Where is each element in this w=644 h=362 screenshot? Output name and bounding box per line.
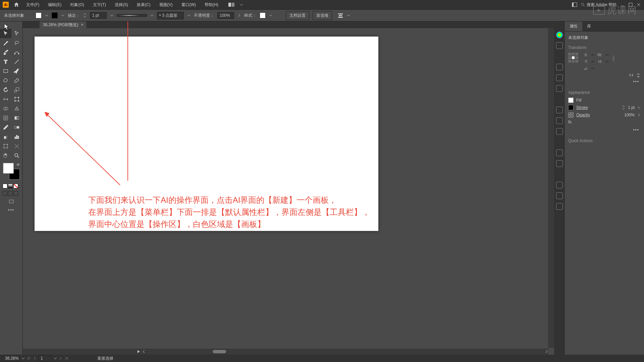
chevron-down-icon[interactable] bbox=[54, 357, 57, 360]
symbol-sprayer-tool[interactable] bbox=[0, 132, 11, 141]
menu-help[interactable]: 帮助(H) bbox=[203, 1, 220, 9]
menu-select[interactable]: 选择(S) bbox=[113, 1, 130, 9]
menu-edit[interactable]: 编辑(E) bbox=[46, 1, 63, 9]
chevron-down-icon[interactable] bbox=[45, 14, 48, 17]
asset-export-panel-icon[interactable] bbox=[556, 117, 563, 124]
first-artboard-icon[interactable] bbox=[27, 356, 31, 360]
stepper-icon[interactable] bbox=[83, 13, 87, 18]
last-artboard-icon[interactable] bbox=[64, 356, 68, 360]
chevron-right-icon[interactable] bbox=[237, 14, 241, 17]
reference-point[interactable] bbox=[568, 53, 578, 63]
color-mode-gradient[interactable] bbox=[8, 184, 13, 188]
color-mode-solid[interactable] bbox=[3, 184, 7, 188]
artboard-number-input[interactable]: 1 bbox=[38, 355, 52, 362]
more-options-icon[interactable]: ••• bbox=[568, 126, 641, 134]
gradient-tool[interactable] bbox=[11, 113, 23, 123]
graphic-styles-panel-icon[interactable] bbox=[556, 160, 563, 167]
workspace-icon[interactable] bbox=[572, 2, 577, 7]
menu-type[interactable]: 文字(T) bbox=[91, 1, 108, 9]
column-graph-tool[interactable] bbox=[11, 132, 23, 141]
document-tab[interactable]: 36.26% (RGB/预览) × bbox=[40, 21, 87, 28]
appearance-panel-icon[interactable] bbox=[556, 149, 563, 156]
rectangle-tool[interactable] bbox=[0, 66, 11, 76]
preferences-button[interactable]: 首选项 bbox=[313, 11, 332, 20]
free-transform-tool[interactable] bbox=[11, 95, 23, 104]
brushes-panel-icon[interactable] bbox=[556, 74, 563, 81]
width-tool[interactable] bbox=[0, 95, 11, 104]
chevron-right-icon[interactable] bbox=[545, 350, 548, 353]
swap-colors-icon[interactable] bbox=[16, 162, 20, 167]
home-icon[interactable] bbox=[13, 2, 19, 8]
opacity-value[interactable]: 100% bbox=[624, 113, 635, 117]
variable-width-select[interactable] bbox=[117, 14, 147, 17]
layers-panel-icon[interactable] bbox=[556, 107, 563, 113]
menu-effect[interactable]: 效果(C) bbox=[135, 1, 153, 9]
stroke-weight-value[interactable]: 1 pt bbox=[628, 105, 635, 110]
mesh-tool[interactable] bbox=[0, 113, 11, 123]
vertical-scrollbar[interactable] bbox=[548, 28, 554, 348]
angle-input[interactable] bbox=[591, 68, 594, 69]
chevron-down-icon[interactable] bbox=[150, 14, 154, 17]
y-input[interactable] bbox=[591, 61, 594, 62]
edit-toolbar-button[interactable]: ••• bbox=[0, 206, 22, 214]
type-tool[interactable] bbox=[0, 57, 11, 66]
artboards-panel-icon[interactable] bbox=[556, 128, 563, 135]
rotate-tool[interactable] bbox=[0, 85, 11, 95]
shaper-tool[interactable] bbox=[0, 76, 11, 85]
stroke-panel-icon[interactable] bbox=[556, 64, 563, 70]
stepper-icon[interactable] bbox=[622, 105, 625, 110]
close-tab-icon[interactable]: × bbox=[81, 22, 83, 27]
menu-view[interactable]: 视图(V) bbox=[157, 1, 175, 9]
canvas-viewport[interactable]: 下面我们来认识一下AI的操作界面，点击AI界面的【新建】一个画板， 在界面上方是… bbox=[23, 28, 547, 348]
style-swatch[interactable] bbox=[260, 12, 266, 18]
paintbrush-tool[interactable] bbox=[11, 66, 23, 76]
menu-window[interactable]: 窗口(W) bbox=[179, 1, 198, 9]
brush-select[interactable]: •3 点圆形 bbox=[157, 12, 184, 19]
chevron-down-icon[interactable] bbox=[240, 3, 243, 6]
x-input[interactable] bbox=[591, 54, 594, 56]
lasso-tool[interactable] bbox=[11, 38, 23, 48]
draw-normal[interactable] bbox=[3, 191, 7, 196]
align-icon[interactable] bbox=[337, 13, 343, 18]
scale-tool[interactable] bbox=[11, 85, 23, 95]
w-input[interactable] bbox=[606, 54, 608, 56]
blend-tool[interactable] bbox=[11, 123, 23, 132]
opacity-swatch[interactable] bbox=[568, 112, 574, 118]
horizontal-scrollbar[interactable] bbox=[23, 349, 548, 355]
artboard-tool[interactable] bbox=[0, 141, 11, 151]
flip-v-icon[interactable] bbox=[636, 73, 641, 78]
artboard[interactable]: 下面我们来认识一下AI的操作界面，点击AI界面的【新建】一个画板， 在界面上方是… bbox=[35, 37, 378, 231]
tab-libraries[interactable]: 库 bbox=[582, 21, 596, 31]
arrange-documents-icon[interactable] bbox=[228, 2, 235, 7]
chevron-down-icon[interactable] bbox=[269, 14, 272, 17]
magic-wand-tool[interactable] bbox=[0, 38, 11, 48]
pen-tool[interactable] bbox=[0, 48, 11, 57]
slice-tool[interactable] bbox=[11, 141, 23, 151]
h-input[interactable] bbox=[606, 61, 608, 62]
chevron-right-icon[interactable] bbox=[637, 113, 641, 117]
next-artboard-icon[interactable] bbox=[59, 356, 62, 360]
curvature-tool[interactable] bbox=[11, 48, 23, 57]
pathfinder-panel-icon[interactable] bbox=[556, 203, 563, 210]
chevron-down-icon[interactable] bbox=[61, 14, 64, 17]
fx-label[interactable]: fx. bbox=[568, 120, 573, 124]
fill-swatch[interactable] bbox=[36, 12, 42, 18]
line-tool[interactable] bbox=[11, 57, 23, 66]
selection-tool[interactable] bbox=[0, 29, 11, 38]
chevron-left-icon[interactable] bbox=[142, 350, 146, 353]
chevron-down-icon[interactable] bbox=[637, 106, 641, 109]
color-mode-none[interactable] bbox=[13, 184, 18, 188]
prev-artboard-icon[interactable] bbox=[33, 356, 36, 360]
eyedropper-tool[interactable] bbox=[0, 123, 11, 132]
direct-selection-tool[interactable] bbox=[11, 29, 23, 38]
stroke-swatch[interactable] bbox=[52, 12, 58, 18]
transform-panel-icon[interactable] bbox=[556, 192, 563, 199]
align-panel-icon[interactable] bbox=[556, 182, 563, 188]
flip-h-icon[interactable] bbox=[629, 73, 634, 77]
fill-color-swatch[interactable] bbox=[568, 98, 574, 103]
hand-tool[interactable] bbox=[0, 151, 11, 160]
draw-behind[interactable] bbox=[8, 191, 13, 196]
chevron-down-icon[interactable] bbox=[110, 14, 113, 17]
color-selector[interactable] bbox=[3, 163, 20, 180]
tab-properties[interactable]: 属性 bbox=[565, 21, 582, 31]
